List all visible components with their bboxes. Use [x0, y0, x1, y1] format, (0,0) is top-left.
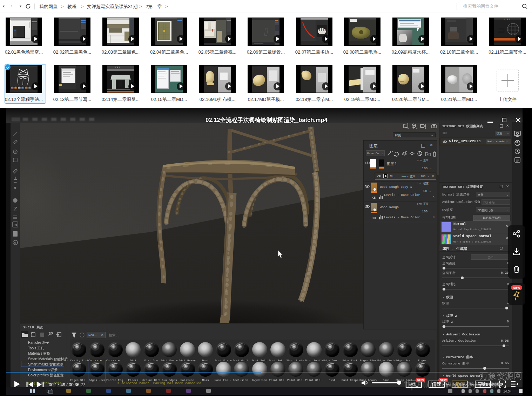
svg-text:S: S	[14, 241, 16, 245]
svg-text:Ps: Ps	[14, 223, 17, 226]
